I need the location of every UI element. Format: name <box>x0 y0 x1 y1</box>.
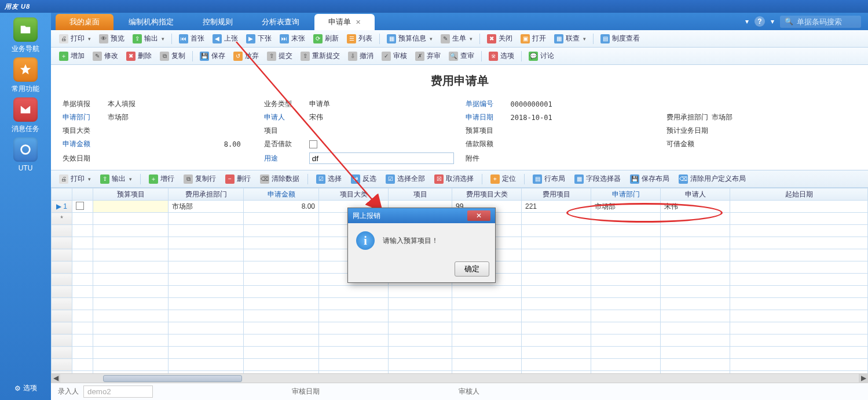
tab-apply[interactable]: 申请单✕ <box>314 14 375 30</box>
book-icon: ▤ <box>600 34 610 43</box>
entered-by-input[interactable] <box>83 386 153 398</box>
horizontal-scrollbar[interactable]: ◀ ▶ <box>51 373 868 383</box>
grid-output-button[interactable]: ⇪输出 <box>97 172 135 186</box>
prev-button[interactable]: ◀上张 <box>209 32 241 45</box>
discuss-button[interactable]: 💬讨论 <box>525 49 558 63</box>
selall-button[interactable]: ☑选择全部 <box>382 172 428 186</box>
review-button[interactable]: 🔍查审 <box>445 49 478 63</box>
close-button[interactable]: ✖关闭 <box>484 32 516 45</box>
docno-link[interactable]: 单据编号 <box>466 99 511 109</box>
sidebar-item-nav[interactable]: 业务导航 <box>8 17 43 54</box>
ruleview-button[interactable]: ▤制度查看 <box>597 32 643 45</box>
person-link[interactable]: 申请人 <box>264 112 309 122</box>
output-button[interactable]: ⇪输出 <box>129 32 168 45</box>
tab-org[interactable]: 编制机构指定 <box>115 14 188 30</box>
column-header[interactable]: 项目 <box>389 188 452 201</box>
empty-row <box>52 322 868 334</box>
invert-icon: ⇄ <box>351 174 360 184</box>
column-header[interactable] <box>52 188 72 201</box>
scroll-left-icon[interactable]: ◀ <box>51 374 60 383</box>
tab-rule[interactable]: 控制规则 <box>189 14 247 30</box>
resubmit-button[interactable]: ⇪重新提交 <box>297 49 343 63</box>
search-input[interactable] <box>797 17 855 26</box>
column-header[interactable]: 费用承担部门 <box>169 188 244 201</box>
next-button[interactable]: ▶下张 <box>243 32 275 45</box>
savelayout-button[interactable]: 💾保存布局 <box>627 172 673 186</box>
fieldsel-button[interactable]: ▦字段选择器 <box>571 172 624 186</box>
query-button[interactable]: ▦联查 <box>551 32 589 45</box>
column-header[interactable]: 预算项目 <box>93 188 169 201</box>
tab-analysis[interactable]: 分析表查询 <box>248 14 313 30</box>
dialog-ok-button[interactable]: 确定 <box>455 261 489 277</box>
column-header[interactable]: 费用项目 <box>522 188 591 201</box>
abandon-button[interactable]: ↺放弃 <box>230 49 262 63</box>
tab-home[interactable]: 我的桌面 <box>56 14 113 30</box>
close-icon[interactable]: ✕ <box>356 19 361 26</box>
date-link[interactable]: 申请日期 <box>466 112 511 122</box>
dialog-titlebar[interactable]: 网上报销 ✕ <box>348 208 495 223</box>
last-button[interactable]: ⏭末张 <box>276 32 309 45</box>
locate-button[interactable]: ⌖定位 <box>487 172 519 186</box>
svg-point-0 <box>21 146 30 154</box>
sidebar-settings[interactable]: ⚙ 选项 <box>10 381 42 395</box>
dialog-close-button[interactable]: ✕ <box>467 210 490 221</box>
trash-icon: ✖ <box>126 52 135 61</box>
loan-checkbox[interactable] <box>309 140 317 148</box>
copy-button[interactable]: ⧉复制 <box>156 49 189 63</box>
empty-row <box>52 347 868 359</box>
del-button[interactable]: ✖删除 <box>123 49 155 63</box>
copyrow-button[interactable]: ⧉复制行 <box>180 172 219 186</box>
list-button[interactable]: ☰列表 <box>343 32 376 45</box>
tabbar-dropdown-icon[interactable]: ▾ <box>745 17 749 26</box>
clearlayout-button[interactable]: ⌫清除用户定义布局 <box>675 172 749 186</box>
purpose-link[interactable]: 用途 <box>264 154 309 163</box>
add-button[interactable]: ＋增加 <box>56 49 88 63</box>
audit-button[interactable]: ✓审核 <box>378 49 411 63</box>
discard-button[interactable]: ✗弃审 <box>412 49 444 63</box>
column-header[interactable] <box>72 188 93 201</box>
column-header[interactable]: 项目大类 <box>319 188 389 201</box>
grid-print-button[interactable]: 🖨打印 <box>56 172 94 186</box>
query-icon: ▦ <box>554 34 563 43</box>
column-header[interactable]: 申请人 <box>661 188 730 201</box>
column-header[interactable]: 起始日期 <box>730 188 868 201</box>
first-button[interactable]: ⏮首张 <box>175 32 208 45</box>
empty-row <box>52 286 868 298</box>
scroll-right-icon[interactable]: ▶ <box>859 374 868 383</box>
preview-button[interactable]: 👁预览 <box>96 32 128 45</box>
scroll-thumb[interactable] <box>103 375 242 382</box>
purpose-input[interactable] <box>309 152 454 164</box>
sidebar-item-msg[interactable]: 消息任务 <box>8 97 43 134</box>
dialog-title-text: 网上报销 <box>353 211 380 221</box>
sidebar-item-utu[interactable]: UTU <box>8 137 43 172</box>
budget-button[interactable]: ▦预算信息 <box>383 32 436 45</box>
sidebar-item-fav[interactable]: 常用功能 <box>8 57 43 94</box>
clear-button[interactable]: ⌫清除数据 <box>257 172 303 186</box>
revoke-button[interactable]: ⇩撤消 <box>345 49 377 63</box>
help-icon[interactable]: ? <box>755 16 765 27</box>
unsel-button[interactable]: ☒取消选择 <box>431 172 477 186</box>
column-header[interactable]: 申请金额 <box>244 188 319 201</box>
save-button[interactable]: 💾保存 <box>196 49 229 63</box>
refresh-button[interactable]: ⟳刷新 <box>310 32 342 45</box>
submit-button[interactable]: ⇧提交 <box>263 49 296 63</box>
select-button[interactable]: ☑选择 <box>313 172 345 186</box>
invert-button[interactable]: ⇄反选 <box>347 172 380 186</box>
column-header[interactable]: 费用项目大类 <box>452 188 522 201</box>
gen-button[interactable]: ✎生单 <box>437 32 476 45</box>
option-button[interactable]: ※选项 <box>485 49 518 63</box>
delrow-button[interactable]: −删行 <box>222 172 254 186</box>
help-dropdown-icon[interactable]: ▾ <box>771 17 774 26</box>
copyrow-icon: ⧉ <box>184 174 193 184</box>
open-button[interactable]: ▣打开 <box>517 32 550 45</box>
utu-icon <box>13 137 38 162</box>
barcode-search[interactable]: 🔍 <box>780 16 861 28</box>
column-header[interactable]: 申请部门 <box>591 188 661 201</box>
rowlayout-button[interactable]: ▤行布局 <box>529 172 569 186</box>
addrow-button[interactable]: ＋增行 <box>145 172 178 186</box>
print-button[interactable]: 🖨打印 <box>56 32 94 45</box>
pencil-icon: ✎ <box>93 52 102 61</box>
amount-link[interactable]: 申请金额 <box>63 139 108 149</box>
dept-link[interactable]: 申请部门 <box>63 112 108 122</box>
edit-button[interactable]: ✎修改 <box>89 49 122 63</box>
